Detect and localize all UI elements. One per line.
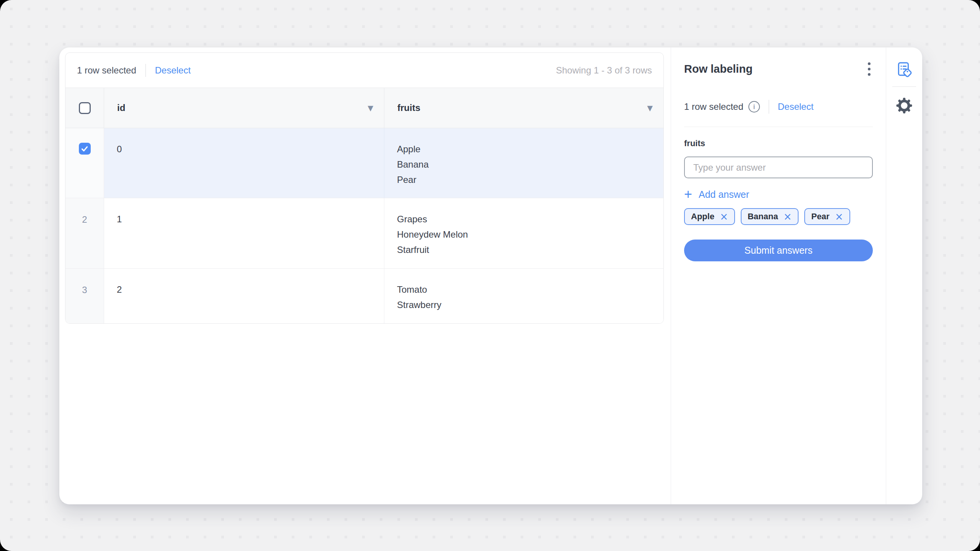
- labeling-form-tag-icon: [895, 61, 913, 79]
- answer-chip[interactable]: Apple ×: [684, 208, 735, 225]
- submit-answers-button[interactable]: Submit answers: [684, 240, 873, 261]
- panel-horizontal-divider: [684, 127, 873, 127]
- column-id-filter-caret-icon[interactable]: ▼: [368, 104, 373, 112]
- select-all-checkbox[interactable]: [79, 102, 91, 114]
- cell-fruits: Apple Banana Pear: [384, 128, 663, 198]
- settings-button[interactable]: [895, 96, 913, 115]
- app-background: 1 row selected Deselect Showing 1 - 3 of…: [0, 0, 980, 551]
- table-header-row: id ▼ fruits ▼: [65, 88, 663, 128]
- column-header-id[interactable]: id ▼: [104, 88, 384, 128]
- gear-icon: [896, 97, 913, 114]
- cell-fruits: Grapes Honeydew Melon Starfruit: [384, 198, 663, 268]
- add-answer-label: Add answer: [699, 189, 749, 200]
- row-checkbox-checked[interactable]: [79, 143, 91, 155]
- deselect-link[interactable]: Deselect: [155, 65, 191, 76]
- add-answer-button[interactable]: + Add answer: [684, 187, 749, 202]
- data-table: 1 row selected Deselect Showing 1 - 3 of…: [65, 52, 664, 324]
- checkmark-icon: [80, 145, 89, 153]
- cell-id: 2: [104, 269, 384, 323]
- chip-label: Pear: [811, 212, 830, 222]
- chip-label: Apple: [691, 212, 714, 222]
- row-range-label: Showing 1 - 3 of 3 rows: [556, 65, 652, 76]
- cell-id: 1: [104, 198, 384, 268]
- chip-remove-icon[interactable]: ×: [783, 212, 792, 222]
- select-all-cell: [65, 88, 104, 128]
- kebab-menu-icon[interactable]: [866, 61, 873, 77]
- chip-remove-icon[interactable]: ×: [835, 212, 843, 222]
- column-header-fruits[interactable]: fruits ▼: [384, 88, 663, 128]
- table-toolbar: 1 row selected Deselect Showing 1 - 3 of…: [65, 53, 663, 88]
- answer-input[interactable]: [684, 156, 873, 178]
- table-row[interactable]: 0 Apple Banana Pear: [65, 128, 663, 198]
- column-header-id-label: id: [117, 103, 125, 113]
- chip-label: Banana: [748, 212, 778, 222]
- panel-title: Row labeling: [684, 63, 753, 75]
- cell-id: 0: [104, 128, 384, 198]
- row-number: 2: [82, 212, 87, 227]
- answer-chips: Apple × Banana × Pear ×: [684, 208, 873, 225]
- toolbar-divider: [145, 64, 146, 77]
- cell-fruits: Tomato Strawberry: [384, 269, 663, 323]
- row-gutter-cell: 3: [65, 269, 104, 323]
- plus-icon: +: [684, 187, 692, 201]
- column-fruits-filter-caret-icon[interactable]: ▼: [647, 104, 653, 112]
- info-icon[interactable]: i: [748, 101, 760, 112]
- side-icon-strip: [886, 47, 922, 504]
- chip-remove-icon[interactable]: ×: [720, 212, 728, 222]
- row-gutter-cell: 2: [65, 198, 104, 268]
- panel-selection-divider: [769, 100, 769, 114]
- row-labeling-panel: Row labeling 1 row selected i Deselect f…: [671, 47, 886, 504]
- selection-count-label: 1 row selected: [77, 65, 136, 76]
- table-row[interactable]: 2 1 Grapes Honeydew Melon Starfruit: [65, 198, 663, 269]
- answer-chip[interactable]: Banana ×: [741, 208, 799, 225]
- icon-strip-horizontal-divider: [892, 86, 916, 87]
- column-header-fruits-label: fruits: [397, 103, 420, 113]
- answer-chip[interactable]: Pear ×: [804, 208, 850, 225]
- panel-selection-count-label: 1 row selected: [684, 101, 743, 112]
- row-gutter-cell: [65, 128, 104, 198]
- main-card: 1 row selected Deselect Showing 1 - 3 of…: [59, 47, 922, 504]
- row-number: 3: [82, 282, 87, 298]
- panel-deselect-link[interactable]: Deselect: [778, 101, 813, 112]
- answer-field-label: fruits: [684, 139, 873, 148]
- row-labeling-tool-button[interactable]: [895, 61, 913, 79]
- table-row[interactable]: 3 2 Tomato Strawberry: [65, 269, 663, 323]
